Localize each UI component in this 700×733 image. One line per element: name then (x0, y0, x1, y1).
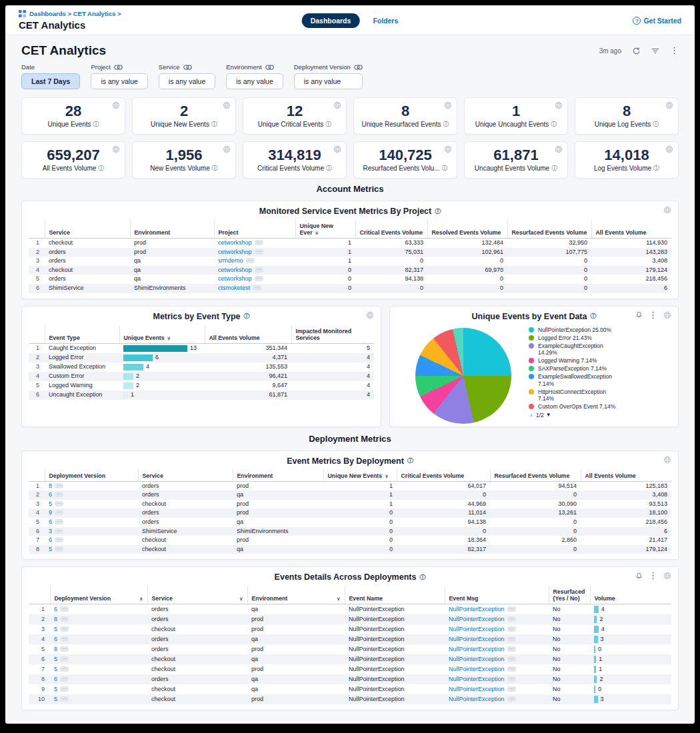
sort-down-icon[interactable]: ∨ (167, 335, 171, 341)
more-badge[interactable]: ⋯ (55, 510, 63, 515)
column-header[interactable]: Environment∨ (247, 586, 345, 604)
more-badge[interactable]: ⋯ (55, 546, 63, 552)
cell-link[interactable]: 5 (54, 686, 57, 692)
column-header[interactable]: Deployment Version∧ (50, 586, 147, 604)
pie-chart[interactable] (415, 328, 511, 424)
more-badge[interactable]: ⋯ (60, 636, 69, 642)
cell-link[interactable]: srmdemo (218, 257, 243, 264)
legend-item[interactable]: SAXParseException 7.14% (529, 365, 617, 372)
cell-link[interactable]: NullPointerException (449, 666, 505, 672)
legend-item[interactable]: Logged Warning 7.14% (529, 357, 617, 365)
info-icon[interactable]: ⓘ (653, 164, 659, 173)
more-badge[interactable]: ⋯ (60, 656, 69, 662)
legend-item[interactable]: Logged Error 21.43% (529, 335, 617, 342)
more-badge[interactable]: ⋯ (55, 501, 63, 506)
cell-link[interactable]: NullPointerException (449, 646, 505, 652)
cell-link[interactable]: cetworkshop (218, 275, 252, 282)
more-badge[interactable]: ⋯ (60, 666, 69, 672)
info-icon[interactable]: ⓘ (325, 120, 331, 129)
filter-chip[interactable]: is any value (159, 73, 215, 89)
globe-icon[interactable] (366, 311, 374, 319)
globe-icon[interactable] (333, 145, 341, 153)
globe-icon[interactable] (555, 145, 563, 153)
cell-link[interactable]: cetworkshop (218, 239, 252, 246)
legend-item[interactable]: ExampleSwallowedException 7.14% (529, 373, 617, 387)
more-badge[interactable]: ⋯ (55, 528, 63, 534)
info-icon[interactable]: ⓘ (653, 120, 659, 129)
globe-icon[interactable] (444, 145, 452, 153)
legend-item[interactable]: NullPointerException 25.00% (529, 327, 617, 334)
column-header[interactable]: Service∨ (147, 586, 247, 604)
cell-link[interactable]: NullPointerException (449, 636, 505, 642)
cell-link[interactable]: NullPointerException (449, 616, 505, 622)
globe-icon[interactable] (112, 101, 120, 109)
more-badge[interactable]: ⋯ (507, 646, 516, 652)
cell-link[interactable]: 8 (49, 482, 52, 489)
cell-link[interactable]: NullPointerException (449, 696, 505, 702)
more-badge[interactable]: ⋯ (60, 676, 69, 682)
cell-link[interactable]: NullPointerException (449, 656, 505, 662)
more-badge[interactable]: ⋯ (507, 606, 516, 612)
filter-chip[interactable]: Last 7 Days (21, 73, 80, 89)
more-badge[interactable]: ⋯ (255, 249, 263, 255)
bell-icon[interactable] (635, 572, 643, 580)
info-icon[interactable]: ⓘ (442, 164, 448, 173)
more-badge[interactable]: ⋯ (60, 616, 69, 622)
info-icon[interactable]: ⓘ (443, 120, 449, 129)
globe-icon[interactable] (665, 145, 673, 153)
kebab-menu-icon[interactable]: ⋮ (670, 47, 679, 54)
cell-link[interactable]: 5 (49, 546, 52, 552)
breadcrumb-text[interactable]: Dashboards > CET Analytics > (29, 10, 121, 17)
more-badge[interactable]: ⋯ (507, 676, 516, 682)
sort-down-icon[interactable]: ∨ (385, 473, 389, 479)
filter-chip[interactable]: is any value (91, 73, 147, 89)
globe-icon[interactable] (444, 101, 452, 109)
more-badge[interactable]: ⋯ (507, 626, 516, 632)
cell-link[interactable]: 6 (49, 536, 52, 543)
cell-link[interactable]: 8 (54, 646, 57, 652)
more-badge[interactable]: ⋯ (55, 492, 63, 497)
more-badge[interactable]: ⋯ (507, 636, 516, 642)
globe-icon[interactable] (223, 101, 231, 109)
get-started-button[interactable]: ? Get Started (633, 17, 681, 25)
cell-link[interactable]: 5 (54, 696, 57, 702)
filter-chip[interactable]: is any value (294, 73, 363, 89)
info-icon[interactable]: ⓘ (435, 207, 441, 216)
globe-icon[interactable] (555, 101, 563, 109)
more-badge[interactable]: ⋯ (60, 626, 69, 632)
info-icon[interactable]: ⓘ (419, 573, 425, 582)
column-header[interactable]: Unique Events∨ (119, 325, 205, 344)
cell-link[interactable]: 6 (49, 518, 52, 525)
cell-link[interactable]: 5 (49, 500, 52, 507)
cell-link[interactable]: 9 (49, 509, 52, 516)
more-badge[interactable]: ⋯ (60, 606, 69, 612)
cell-link[interactable]: 5 (54, 666, 57, 672)
globe-icon[interactable] (112, 145, 120, 153)
info-icon[interactable]: ⓘ (551, 164, 557, 173)
sort-down-icon[interactable]: ∨ (239, 596, 243, 602)
info-icon[interactable]: ⓘ (407, 456, 413, 465)
legend-item[interactable]: Custom OverOps Event 7.14% (529, 403, 617, 410)
info-icon[interactable]: ⓘ (212, 164, 218, 173)
sort-up-icon[interactable]: ∧ (139, 596, 143, 602)
info-icon[interactable]: ⓘ (551, 120, 557, 129)
cell-link[interactable]: 8 (54, 616, 57, 622)
sort-down-icon[interactable]: ∨ (337, 596, 341, 602)
cell-link[interactable]: 6 (54, 676, 57, 682)
bell-icon[interactable] (635, 311, 643, 319)
tab-folders[interactable]: Folders (373, 17, 398, 25)
more-badge[interactable]: ⋯ (255, 276, 263, 281)
info-icon[interactable]: ⓘ (590, 312, 596, 321)
more-badge[interactable]: ⋯ (60, 646, 69, 652)
more-badge[interactable]: ⋯ (55, 483, 63, 488)
page-down-icon[interactable]: ▼ (546, 412, 551, 418)
cell-link[interactable]: 6 (49, 491, 52, 498)
globe-icon[interactable] (223, 145, 231, 153)
more-badge[interactable]: ⋯ (507, 686, 516, 692)
column-header[interactable]: Unique New Ever∨ (295, 220, 355, 239)
info-icon[interactable]: ⓘ (244, 312, 250, 321)
more-badge[interactable]: ⋯ (255, 240, 263, 245)
more-badge[interactable]: ⋯ (507, 616, 516, 622)
cell-link[interactable]: 5 (54, 656, 57, 662)
more-badge[interactable]: ⋯ (507, 666, 516, 672)
